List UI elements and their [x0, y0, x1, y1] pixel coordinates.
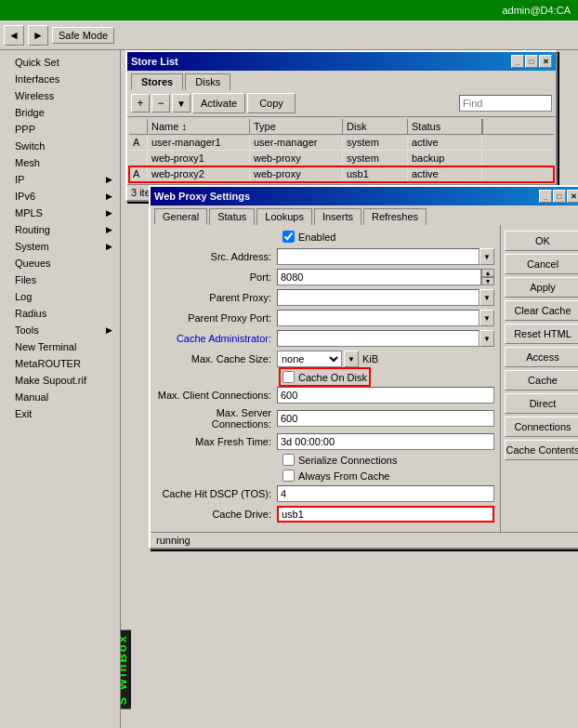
max-cache-size-arrow-button[interactable]: ▼ — [344, 351, 359, 367]
cache-button[interactable]: Cache — [505, 370, 578, 390]
sidebar-item-mpls[interactable]: MPLS ▶ — [0, 205, 120, 221]
store-list-title-bar[interactable]: Store List _ □ ✕ — [127, 52, 556, 71]
store-list-maximize-button[interactable]: □ — [525, 55, 538, 68]
back-icon: ◄ — [8, 29, 20, 42]
sidebar-label-metarouter: MetaROUTER — [15, 358, 81, 369]
sidebar-item-system[interactable]: System ▶ — [0, 238, 120, 255]
proxy-title-bar[interactable]: Web Proxy Settings _ □ ✕ — [151, 187, 578, 205]
remove-store-button[interactable]: − — [151, 94, 170, 113]
proxy-close-button[interactable]: ✕ — [567, 190, 578, 203]
col-type[interactable]: Type — [250, 119, 343, 134]
sidebar-item-manual[interactable]: Manual — [0, 389, 120, 405]
max-server-conn-input[interactable] — [277, 410, 494, 427]
tab-inserts[interactable]: Inserts — [314, 208, 361, 225]
sidebar-item-queues[interactable]: Queues — [0, 255, 120, 271]
tab-lookups[interactable]: Lookups — [256, 208, 312, 225]
sidebar-item-exit[interactable]: Exit — [0, 405, 120, 422]
store-list-close-button[interactable]: ✕ — [539, 55, 552, 68]
sidebar-item-ipv6[interactable]: IPv6 ▶ — [0, 188, 120, 205]
filter-button[interactable]: ▼ — [172, 94, 190, 113]
forward-button[interactable]: ► — [28, 25, 48, 46]
col-name[interactable]: Name ↕ — [148, 119, 250, 134]
serialize-conn-checkbox[interactable] — [282, 454, 295, 466]
table-row[interactable]: A user-manager1 user-manager system acti… — [129, 135, 554, 151]
cache-admin-input[interactable] — [277, 330, 479, 347]
cache-drive-input[interactable] — [277, 506, 494, 523]
cache-admin-arrow-button[interactable]: ▼ — [479, 330, 494, 347]
sidebar-item-radius[interactable]: Radius — [0, 305, 120, 322]
parent-proxy-arrow-button[interactable]: ▼ — [479, 289, 494, 306]
sidebar-item-tools[interactable]: Tools ▶ — [0, 322, 120, 338]
clear-cache-button[interactable]: Clear Cache — [505, 300, 578, 321]
sidebar-item-interfaces[interactable]: Interfaces — [0, 71, 120, 87]
ok-button[interactable]: OK — [505, 231, 578, 251]
mpls-arrow-icon: ▶ — [106, 208, 112, 218]
reset-html-button[interactable]: Reset HTML — [505, 324, 578, 344]
add-store-button[interactable]: + — [131, 94, 150, 113]
src-address-input-group: ▼ — [277, 248, 494, 265]
sidebar-item-quickset[interactable]: Quick Set — [0, 54, 120, 71]
store-list-minimize-button[interactable]: _ — [511, 55, 524, 68]
max-cache-size-select[interactable]: none — [277, 351, 342, 367]
sidebar-item-bridge[interactable]: Bridge — [0, 104, 120, 121]
parent-proxy-port-arrow-button[interactable]: ▼ — [479, 310, 494, 326]
store-table: Name ↕ Type Disk Status A user-manager1 … — [127, 117, 556, 184]
sidebar-item-wireless[interactable]: Wireless — [0, 87, 120, 104]
port-up-button[interactable]: ▲ — [481, 269, 494, 277]
back-button[interactable]: ◄ — [4, 25, 24, 46]
access-button[interactable]: Access — [505, 347, 578, 367]
sidebar-label-manual: Manual — [15, 391, 48, 403]
sidebar-item-routing[interactable]: Routing ▶ — [0, 221, 120, 238]
store-list-title-buttons: _ □ ✕ — [511, 55, 552, 68]
port-input[interactable] — [277, 269, 481, 285]
enabled-checkbox[interactable] — [282, 231, 295, 243]
remove-icon: − — [157, 97, 164, 110]
cache-hit-dscp-input[interactable] — [277, 485, 494, 502]
sidebar-item-ppp[interactable]: PPP — [0, 121, 120, 138]
sidebar-item-ip[interactable]: IP ▶ — [0, 171, 120, 188]
cache-contents-button[interactable]: Cache Contents — [505, 440, 578, 460]
always-from-cache-checkbox[interactable] — [282, 470, 295, 482]
col-disk[interactable]: Disk — [343, 119, 408, 134]
table-row[interactable]: web-proxy1 web-proxy system backup — [129, 151, 554, 166]
direct-button[interactable]: Direct — [505, 393, 578, 414]
max-fresh-time-input[interactable] — [277, 433, 494, 450]
copy-button[interactable]: Copy — [247, 93, 296, 113]
sidebar-item-new-terminal[interactable]: New Terminal — [0, 338, 120, 355]
tab-general[interactable]: General — [154, 208, 207, 225]
sidebar-item-log[interactable]: Log — [0, 288, 120, 305]
cache-on-disk-checkbox[interactable] — [282, 371, 295, 383]
proxy-minimize-button[interactable]: _ — [539, 190, 552, 203]
tab-disks[interactable]: Disks — [185, 73, 230, 90]
table-row-highlighted[interactable]: A web-proxy2 web-proxy usb1 active — [129, 166, 554, 182]
max-client-conn-input[interactable] — [277, 387, 494, 404]
tab-refreshes[interactable]: Refreshes — [363, 208, 427, 225]
sidebar-item-make-supout[interactable]: Make Supout.rif — [0, 372, 120, 389]
safe-mode-button[interactable]: Safe Mode — [52, 27, 114, 44]
always-from-cache-row: Always From Cache — [282, 470, 494, 482]
apply-button[interactable]: Apply — [505, 277, 578, 298]
tab-status[interactable]: Status — [209, 208, 255, 225]
tab-stores[interactable]: Stores — [131, 73, 183, 90]
find-input[interactable] — [459, 95, 552, 112]
cancel-button[interactable]: Cancel — [505, 254, 578, 274]
sidebar-item-mesh[interactable]: Mesh — [0, 154, 120, 171]
src-address-arrow-button[interactable]: ▼ — [479, 248, 494, 265]
col-status[interactable]: Status — [408, 119, 482, 134]
parent-proxy-input[interactable] — [277, 289, 479, 306]
proxy-status-text: running — [156, 535, 190, 546]
connections-button[interactable]: Connections — [505, 417, 578, 437]
sidebar-item-files[interactable]: Files — [0, 271, 120, 288]
sidebar-item-metarouter[interactable]: MetaROUTER — [0, 355, 120, 372]
row3-disk: usb1 — [343, 166, 408, 181]
cache-admin-row: Cache Administrator: ▼ — [156, 330, 494, 347]
sidebar-label-log: Log — [15, 291, 32, 302]
port-down-button[interactable]: ▼ — [481, 277, 494, 285]
parent-proxy-port-input[interactable] — [277, 310, 479, 326]
max-client-conn-label: Max. Client Connections: — [156, 390, 277, 401]
proxy-maximize-button[interactable]: □ — [553, 190, 566, 203]
activate-button[interactable]: Activate — [192, 93, 245, 113]
sidebar-item-switch[interactable]: Switch — [0, 138, 120, 154]
row2-extra — [482, 151, 554, 165]
src-address-input[interactable] — [277, 248, 479, 265]
